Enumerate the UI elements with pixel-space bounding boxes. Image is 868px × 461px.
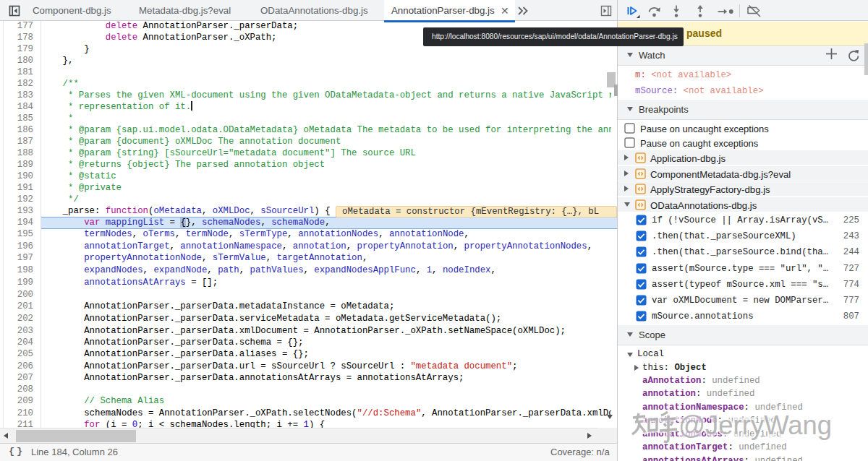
svg-text:@JerryWang: @JerryWang (678, 410, 832, 440)
